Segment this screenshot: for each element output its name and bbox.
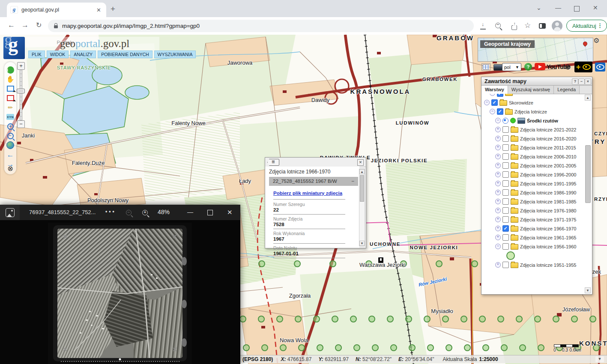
- popup-close-icon[interactable]: ✕: [357, 159, 364, 166]
- projection-center-marker[interactable]: [391, 345, 397, 351]
- projection-center-marker[interactable]: [516, 316, 522, 322]
- expand-icon[interactable]: +: [490, 94, 495, 96]
- layer-checkbox[interactable]: [502, 153, 509, 160]
- projection-center-marker[interactable]: [350, 316, 356, 322]
- minimap-label[interactable]: Geoportal krajowy: [480, 40, 535, 48]
- collapse-icon[interactable]: −: [351, 178, 354, 184]
- layer-checkbox[interactable]: [502, 171, 509, 178]
- layer-label[interactable]: Zdjęcia lotnicze 1996-2000: [520, 172, 576, 177]
- collapse-icon[interactable]: −: [484, 100, 490, 105]
- menu-wyszukiwania[interactable]: WYSZUKIWANIA: [154, 51, 196, 58]
- layer-checkbox[interactable]: [502, 243, 509, 250]
- menu-analizy[interactable]: ANALIZY: [70, 51, 96, 58]
- viewer-titlebar[interactable]: 76937_4815552_22_752... ••• − + 48% — ✕: [0, 205, 240, 220]
- projection-center-marker[interactable]: [332, 316, 338, 322]
- tab-wyszukaj-warstwę[interactable]: Wyszukaj warstwę: [508, 86, 554, 94]
- scroll-up-icon[interactable]: ▲: [359, 169, 365, 174]
- projection-center-marker[interactable]: [443, 316, 449, 322]
- zoom-icon[interactable]: [495, 23, 501, 28]
- slider-zoom-in-button[interactable]: +: [17, 62, 25, 70]
- projection-center-marker[interactable]: [483, 345, 489, 351]
- layer-checkbox[interactable]: [502, 225, 509, 232]
- projection-center-marker[interactable]: [446, 345, 452, 351]
- panel-close-button[interactable]: ×: [585, 78, 591, 85]
- full-extent-button[interactable]: [6, 141, 14, 149]
- viewer-zoom-level[interactable]: 48%: [158, 209, 170, 215]
- more-options-icon[interactable]: •••: [105, 209, 116, 215]
- projection-center-marker[interactable]: [593, 345, 599, 351]
- projection-center-marker[interactable]: [424, 316, 430, 322]
- radio-selected-icon[interactable]: [502, 118, 508, 124]
- reload-icon[interactable]: ↻: [36, 21, 42, 29]
- expand-icon[interactable]: +: [495, 163, 501, 168]
- projection-center-marker[interactable]: [387, 316, 393, 322]
- aerial-photo[interactable]: [48, 223, 192, 364]
- forward-icon[interactable]: →: [21, 21, 29, 30]
- layer-checkbox[interactable]: [497, 108, 503, 115]
- select-rectangle-tool-button[interactable]: [6, 85, 14, 92]
- layer-label[interactable]: Środki rzutów: [527, 118, 558, 123]
- side-panel-icon[interactable]: [539, 23, 546, 29]
- collapse-icon[interactable]: −: [495, 118, 501, 123]
- projection-center-marker[interactable]: [553, 316, 559, 322]
- visibility-button[interactable]: [595, 63, 605, 72]
- slider-handle[interactable]: [17, 89, 25, 93]
- layer-checkbox[interactable]: [502, 180, 509, 187]
- window-minimize-icon[interactable]: —: [555, 4, 561, 11]
- scroll-down-icon[interactable]: ▼: [585, 287, 591, 293]
- projection-center-marker[interactable]: [372, 345, 378, 351]
- projection-center-marker[interactable]: [535, 316, 541, 322]
- layer-checkbox[interactable]: [502, 262, 509, 268]
- gear-icon[interactable]: ⚙: [593, 36, 599, 45]
- projection-center-marker[interactable]: [436, 261, 442, 267]
- layer-label[interactable]: Zdjęcia lotnicze 1976-1980: [520, 208, 576, 213]
- panel-scrollbar[interactable]: ▲ ▼: [585, 95, 591, 293]
- download-thumbnail-link[interactable]: Pobierz plik miniatury zdjęcia: [273, 191, 342, 196]
- expand-icon[interactable]: +: [495, 208, 501, 213]
- projection-center-marker[interactable]: [295, 316, 301, 322]
- layer-label[interactable]: Zdjęcia lotnicze 2006-2010: [520, 154, 576, 159]
- popup-scrollbar[interactable]: ▲ ▼: [359, 169, 365, 246]
- profile-avatar[interactable]: [552, 21, 562, 31]
- tab-legenda[interactable]: Legenda: [554, 86, 580, 94]
- address-bar[interactable]: mapy.geoportal.gov.pl/imap/Imgp_2.html?g…: [48, 20, 474, 32]
- grid-tool-icon[interactable]: [481, 63, 490, 71]
- layer-checkbox[interactable]: [502, 207, 509, 214]
- projection-center-marker[interactable]: [335, 345, 341, 351]
- menu-widok[interactable]: WIDOK: [47, 51, 69, 58]
- projection-center-marker[interactable]: [464, 345, 470, 351]
- projection-center-marker[interactable]: [538, 345, 544, 351]
- expand-icon[interactable]: +: [495, 145, 501, 150]
- projection-center-marker[interactable]: [299, 345, 305, 351]
- projection-center-marker[interactable]: [498, 316, 504, 322]
- expand-icon[interactable]: +: [495, 262, 501, 268]
- projection-center-marker[interactable]: [294, 261, 300, 267]
- expand-icon[interactable]: +: [495, 226, 501, 231]
- projection-center-marker[interactable]: [277, 316, 283, 322]
- layer-checkbox[interactable]: [502, 198, 509, 205]
- viewer-zoom-out-icon[interactable]: −: [126, 210, 132, 215]
- projection-center-marker[interactable]: [590, 316, 596, 322]
- layer-label[interactable]: Zdjęcia lotnicze 1991-1995: [520, 181, 576, 186]
- layer-checkbox[interactable]: [497, 94, 503, 97]
- layer-label[interactable]: Zdjęcia lotnicze 1951-1955: [520, 263, 576, 268]
- zoom-out-tool-button[interactable]: −: [6, 132, 14, 140]
- projection-center-marker[interactable]: [243, 345, 249, 351]
- projection-center-marker[interactable]: [406, 316, 412, 322]
- projection-center-marker[interactable]: [461, 316, 467, 322]
- menu-pobieranie-danych[interactable]: POBIERANIE DANYCH: [98, 51, 152, 58]
- layer-label[interactable]: Zdjęcia lotnicze: [514, 109, 547, 114]
- projection-center-marker[interactable]: [259, 261, 265, 267]
- new-tab-button[interactable]: +: [111, 4, 115, 14]
- projection-center-marker[interactable]: [317, 345, 323, 351]
- viewer-close-icon[interactable]: ✕: [227, 209, 233, 216]
- info-tool-button[interactable]: i: [6, 66, 14, 74]
- zoom-in-tool-button[interactable]: +: [6, 122, 14, 130]
- expand-icon[interactable]: +: [495, 127, 501, 132]
- panel-help-button[interactable]: ?: [572, 78, 578, 85]
- deselect-rectangle-tool-button[interactable]: [6, 94, 14, 102]
- ums-icon[interactable]: [493, 64, 502, 71]
- panel-minimize-button[interactable]: −: [578, 78, 585, 85]
- projection-center-marker[interactable]: [369, 316, 375, 322]
- back-to-list-icon[interactable]: ≣: [267, 159, 279, 166]
